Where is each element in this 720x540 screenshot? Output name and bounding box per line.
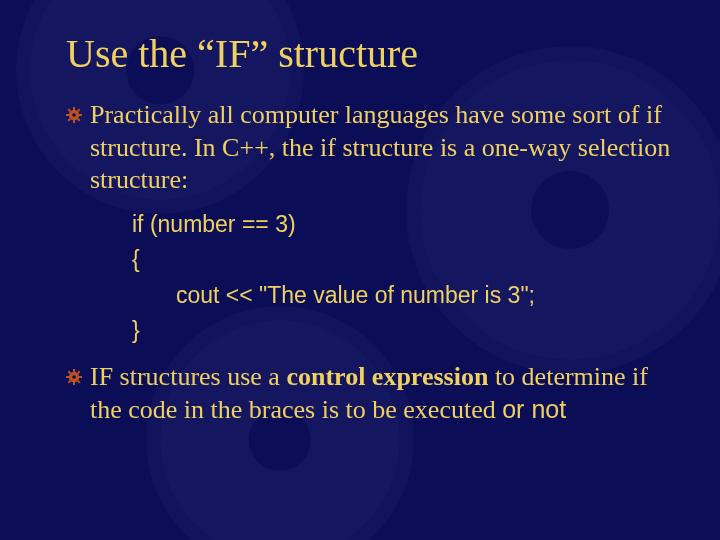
text-tail: or not <box>502 395 566 423</box>
svg-rect-3 <box>66 114 69 116</box>
bullet-text: IF structures use a control expression t… <box>90 361 674 426</box>
text-run: IF structures use a <box>90 362 286 391</box>
slide-title: Use the “IF” structure <box>66 30 674 77</box>
slide-body: Practically all computer languages have … <box>66 99 674 426</box>
svg-rect-13 <box>66 376 69 378</box>
code-block: if (number == 3) { cout << "The value of… <box>132 207 674 350</box>
svg-rect-2 <box>73 120 75 123</box>
code-line: { <box>132 242 674 278</box>
slide-content: Use the “IF” structure <box>0 0 720 426</box>
svg-rect-14 <box>79 376 82 378</box>
code-line: } <box>132 313 674 349</box>
svg-rect-4 <box>79 114 82 116</box>
gear-bullet-icon <box>66 369 82 385</box>
svg-point-19 <box>72 375 76 379</box>
text-bold: control expression <box>286 362 488 391</box>
svg-rect-1 <box>73 107 75 110</box>
svg-point-9 <box>72 113 76 117</box>
svg-rect-12 <box>73 382 75 385</box>
code-line: cout << "The value of number is 3"; <box>132 278 674 314</box>
bullet-text: Practically all computer languages have … <box>90 99 674 197</box>
bullet-item: IF structures use a control expression t… <box>66 361 674 426</box>
slide: Use the “IF” structure <box>0 0 720 540</box>
gear-bullet-icon <box>66 107 82 123</box>
bullet-item: Practically all computer languages have … <box>66 99 674 197</box>
svg-rect-11 <box>73 369 75 372</box>
code-line: if (number == 3) <box>132 207 674 243</box>
